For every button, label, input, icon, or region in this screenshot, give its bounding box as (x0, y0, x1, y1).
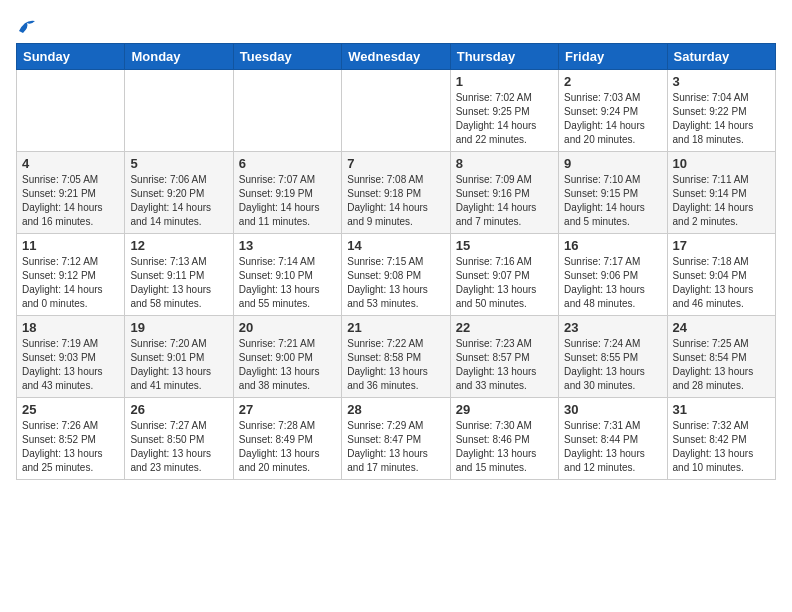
day-number: 22 (456, 320, 553, 335)
calendar-week-1: 1Sunrise: 7:02 AM Sunset: 9:25 PM Daylig… (17, 69, 776, 151)
day-info: Sunrise: 7:05 AM Sunset: 9:21 PM Dayligh… (22, 173, 119, 229)
day-number: 28 (347, 402, 444, 417)
day-number: 15 (456, 238, 553, 253)
day-number: 18 (22, 320, 119, 335)
day-info: Sunrise: 7:09 AM Sunset: 9:16 PM Dayligh… (456, 173, 553, 229)
calendar-cell: 30Sunrise: 7:31 AM Sunset: 8:44 PM Dayli… (559, 397, 667, 479)
day-info: Sunrise: 7:21 AM Sunset: 9:00 PM Dayligh… (239, 337, 336, 393)
calendar-cell: 25Sunrise: 7:26 AM Sunset: 8:52 PM Dayli… (17, 397, 125, 479)
calendar-cell: 3Sunrise: 7:04 AM Sunset: 9:22 PM Daylig… (667, 69, 775, 151)
calendar-cell: 21Sunrise: 7:22 AM Sunset: 8:58 PM Dayli… (342, 315, 450, 397)
weekday-header-saturday: Saturday (667, 43, 775, 69)
day-number: 7 (347, 156, 444, 171)
calendar-cell: 12Sunrise: 7:13 AM Sunset: 9:11 PM Dayli… (125, 233, 233, 315)
day-info: Sunrise: 7:06 AM Sunset: 9:20 PM Dayligh… (130, 173, 227, 229)
calendar-cell: 13Sunrise: 7:14 AM Sunset: 9:10 PM Dayli… (233, 233, 341, 315)
calendar-cell: 16Sunrise: 7:17 AM Sunset: 9:06 PM Dayli… (559, 233, 667, 315)
day-number: 13 (239, 238, 336, 253)
day-number: 23 (564, 320, 661, 335)
day-number: 25 (22, 402, 119, 417)
calendar-cell: 26Sunrise: 7:27 AM Sunset: 8:50 PM Dayli… (125, 397, 233, 479)
day-number: 29 (456, 402, 553, 417)
day-info: Sunrise: 7:30 AM Sunset: 8:46 PM Dayligh… (456, 419, 553, 475)
day-number: 11 (22, 238, 119, 253)
day-number: 27 (239, 402, 336, 417)
calendar-cell: 23Sunrise: 7:24 AM Sunset: 8:55 PM Dayli… (559, 315, 667, 397)
day-info: Sunrise: 7:31 AM Sunset: 8:44 PM Dayligh… (564, 419, 661, 475)
calendar-cell: 15Sunrise: 7:16 AM Sunset: 9:07 PM Dayli… (450, 233, 558, 315)
calendar-cell: 11Sunrise: 7:12 AM Sunset: 9:12 PM Dayli… (17, 233, 125, 315)
calendar-week-3: 11Sunrise: 7:12 AM Sunset: 9:12 PM Dayli… (17, 233, 776, 315)
day-number: 17 (673, 238, 770, 253)
header (16, 16, 776, 35)
day-number: 19 (130, 320, 227, 335)
day-info: Sunrise: 7:18 AM Sunset: 9:04 PM Dayligh… (673, 255, 770, 311)
calendar-cell: 28Sunrise: 7:29 AM Sunset: 8:47 PM Dayli… (342, 397, 450, 479)
logo (16, 16, 41, 35)
day-info: Sunrise: 7:24 AM Sunset: 8:55 PM Dayligh… (564, 337, 661, 393)
calendar-cell: 22Sunrise: 7:23 AM Sunset: 8:57 PM Dayli… (450, 315, 558, 397)
calendar-cell: 8Sunrise: 7:09 AM Sunset: 9:16 PM Daylig… (450, 151, 558, 233)
day-number: 9 (564, 156, 661, 171)
calendar-cell (17, 69, 125, 151)
day-number: 5 (130, 156, 227, 171)
calendar-cell: 5Sunrise: 7:06 AM Sunset: 9:20 PM Daylig… (125, 151, 233, 233)
day-info: Sunrise: 7:23 AM Sunset: 8:57 PM Dayligh… (456, 337, 553, 393)
calendar-cell: 29Sunrise: 7:30 AM Sunset: 8:46 PM Dayli… (450, 397, 558, 479)
calendar-cell (125, 69, 233, 151)
day-info: Sunrise: 7:08 AM Sunset: 9:18 PM Dayligh… (347, 173, 444, 229)
day-info: Sunrise: 7:04 AM Sunset: 9:22 PM Dayligh… (673, 91, 770, 147)
day-info: Sunrise: 7:27 AM Sunset: 8:50 PM Dayligh… (130, 419, 227, 475)
calendar-cell: 2Sunrise: 7:03 AM Sunset: 9:24 PM Daylig… (559, 69, 667, 151)
logo-bird-icon (17, 17, 39, 35)
day-number: 10 (673, 156, 770, 171)
day-info: Sunrise: 7:28 AM Sunset: 8:49 PM Dayligh… (239, 419, 336, 475)
day-info: Sunrise: 7:26 AM Sunset: 8:52 PM Dayligh… (22, 419, 119, 475)
day-info: Sunrise: 7:10 AM Sunset: 9:15 PM Dayligh… (564, 173, 661, 229)
weekday-header-row: SundayMondayTuesdayWednesdayThursdayFrid… (17, 43, 776, 69)
day-number: 8 (456, 156, 553, 171)
calendar-week-5: 25Sunrise: 7:26 AM Sunset: 8:52 PM Dayli… (17, 397, 776, 479)
weekday-header-friday: Friday (559, 43, 667, 69)
calendar-week-4: 18Sunrise: 7:19 AM Sunset: 9:03 PM Dayli… (17, 315, 776, 397)
day-number: 1 (456, 74, 553, 89)
day-number: 12 (130, 238, 227, 253)
day-info: Sunrise: 7:20 AM Sunset: 9:01 PM Dayligh… (130, 337, 227, 393)
calendar-cell: 17Sunrise: 7:18 AM Sunset: 9:04 PM Dayli… (667, 233, 775, 315)
day-info: Sunrise: 7:32 AM Sunset: 8:42 PM Dayligh… (673, 419, 770, 475)
day-info: Sunrise: 7:02 AM Sunset: 9:25 PM Dayligh… (456, 91, 553, 147)
calendar-week-2: 4Sunrise: 7:05 AM Sunset: 9:21 PM Daylig… (17, 151, 776, 233)
calendar-cell: 7Sunrise: 7:08 AM Sunset: 9:18 PM Daylig… (342, 151, 450, 233)
calendar-cell (233, 69, 341, 151)
calendar-cell: 20Sunrise: 7:21 AM Sunset: 9:00 PM Dayli… (233, 315, 341, 397)
day-number: 24 (673, 320, 770, 335)
day-number: 6 (239, 156, 336, 171)
day-info: Sunrise: 7:15 AM Sunset: 9:08 PM Dayligh… (347, 255, 444, 311)
day-info: Sunrise: 7:12 AM Sunset: 9:12 PM Dayligh… (22, 255, 119, 311)
day-number: 2 (564, 74, 661, 89)
day-number: 21 (347, 320, 444, 335)
day-number: 14 (347, 238, 444, 253)
day-info: Sunrise: 7:19 AM Sunset: 9:03 PM Dayligh… (22, 337, 119, 393)
day-info: Sunrise: 7:11 AM Sunset: 9:14 PM Dayligh… (673, 173, 770, 229)
calendar-cell (342, 69, 450, 151)
day-info: Sunrise: 7:07 AM Sunset: 9:19 PM Dayligh… (239, 173, 336, 229)
calendar-cell: 9Sunrise: 7:10 AM Sunset: 9:15 PM Daylig… (559, 151, 667, 233)
calendar-cell: 19Sunrise: 7:20 AM Sunset: 9:01 PM Dayli… (125, 315, 233, 397)
calendar-cell: 14Sunrise: 7:15 AM Sunset: 9:08 PM Dayli… (342, 233, 450, 315)
weekday-header-sunday: Sunday (17, 43, 125, 69)
page-container: SundayMondayTuesdayWednesdayThursdayFrid… (16, 16, 776, 480)
calendar-cell: 1Sunrise: 7:02 AM Sunset: 9:25 PM Daylig… (450, 69, 558, 151)
calendar-cell: 6Sunrise: 7:07 AM Sunset: 9:19 PM Daylig… (233, 151, 341, 233)
day-info: Sunrise: 7:22 AM Sunset: 8:58 PM Dayligh… (347, 337, 444, 393)
weekday-header-thursday: Thursday (450, 43, 558, 69)
day-number: 30 (564, 402, 661, 417)
day-info: Sunrise: 7:25 AM Sunset: 8:54 PM Dayligh… (673, 337, 770, 393)
day-info: Sunrise: 7:17 AM Sunset: 9:06 PM Dayligh… (564, 255, 661, 311)
day-info: Sunrise: 7:29 AM Sunset: 8:47 PM Dayligh… (347, 419, 444, 475)
day-number: 4 (22, 156, 119, 171)
calendar-cell: 27Sunrise: 7:28 AM Sunset: 8:49 PM Dayli… (233, 397, 341, 479)
weekday-header-wednesday: Wednesday (342, 43, 450, 69)
day-number: 31 (673, 402, 770, 417)
calendar-cell: 18Sunrise: 7:19 AM Sunset: 9:03 PM Dayli… (17, 315, 125, 397)
